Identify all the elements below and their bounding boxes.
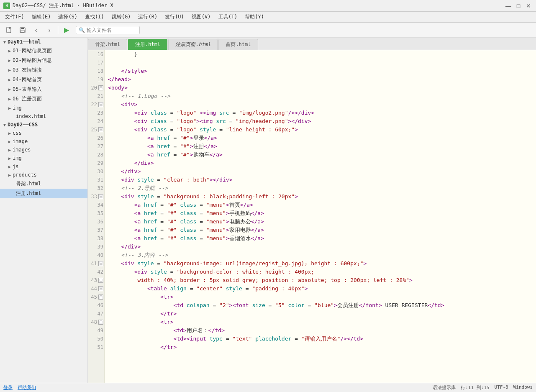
tab-shouye[interactable]: 首页.html	[218, 39, 258, 50]
sidebar-item-products[interactable]: ▶ products	[0, 171, 87, 179]
run-button[interactable]: ▶	[61, 24, 72, 36]
sidebar-item-05[interactable]: ▶ 05-表单输入	[0, 85, 87, 94]
ln-41: 41日	[88, 259, 104, 268]
code-line-42: <div style = "background-color : white; …	[105, 268, 536, 276]
sidebar-item-03[interactable]: ▶ 03-友情链接	[0, 65, 87, 75]
code-line-45: <tr>	[105, 293, 536, 301]
sidebar-item-image[interactable]: ▶ image	[0, 137, 87, 146]
sidebar-item-img2[interactable]: ▶ img	[0, 154, 87, 162]
fold-41[interactable]: 日	[98, 261, 103, 266]
fold-25[interactable]: 日	[98, 127, 103, 132]
sidebar-item-zhuce[interactable]: 注册.html	[0, 189, 87, 198]
toggle-image[interactable]: ▶	[8, 139, 11, 144]
ln-29: 29	[88, 159, 104, 167]
tab-gujia[interactable]: 骨架.html	[88, 39, 127, 50]
sidebar-item-label: js	[13, 164, 18, 169]
menu-goto[interactable]: 跳转(G)	[108, 13, 134, 21]
menu-publish[interactable]: 发行(U)	[162, 13, 187, 21]
sidebar-item-day02[interactable]: ▼ Day02——CSS	[0, 120, 87, 129]
fold-48[interactable]: 日	[98, 320, 103, 325]
sidebar-item-img1[interactable]: ▶ img	[0, 104, 87, 112]
sidebar-item-06[interactable]: ▶ 06-注册页面	[0, 94, 87, 104]
toggle-img2[interactable]: ▶	[8, 156, 11, 161]
toggle-img1[interactable]: ▶	[8, 106, 11, 110]
svg-rect-0	[7, 27, 11, 33]
sidebar-item-js[interactable]: ▶ js	[0, 162, 87, 171]
toggle-day02[interactable]: ▼	[3, 123, 6, 127]
title-bar: H Day02——CSS/ 注册.html - HBuilder X — □ ✕	[0, 0, 536, 12]
sidebar-item-css[interactable]: ▶ css	[0, 129, 87, 137]
status-bar: 登录 帮助我们 语法提示库 行:11 列:15 UTF-8 Windows	[0, 383, 536, 392]
code-line-32: <!-- 2.导航 -->	[105, 184, 536, 192]
sidebar-item-gujia[interactable]: 骨架.html	[0, 179, 87, 189]
fold-45[interactable]: 日	[98, 295, 103, 300]
menu-file[interactable]: 文件(F)	[2, 13, 28, 21]
menu-select[interactable]: 选择(S)	[55, 13, 81, 21]
toggle-css[interactable]: ▶	[8, 131, 11, 136]
toggle-01[interactable]: ▶	[8, 49, 11, 53]
main-layout: ▼ Day01——html ▶ 01-网站信息页面 ▶ 02-网站图片信息 ▶ …	[0, 38, 536, 392]
ln-43: 43日	[88, 276, 104, 284]
menu-help[interactable]: 帮助(Y)	[241, 13, 267, 21]
code-content: } </style> </head> <body>	[105, 50, 536, 392]
status-hint: 语法提示库	[433, 384, 456, 391]
ln-36: 36	[88, 218, 104, 226]
code-line-37: <a href = "#" class = "menu">家用电器</a>	[105, 226, 536, 234]
window-controls: — □ ✕	[504, 2, 533, 10]
search-box[interactable]: 🔍	[76, 26, 140, 34]
ln-32: 32	[88, 184, 104, 192]
fold-33[interactable]: 日	[98, 194, 103, 199]
status-right: 语法提示库 行:11 列:15 UTF-8 Windows	[433, 384, 533, 391]
code-line-43: width : 40%; border : 5px solid grey; po…	[105, 276, 536, 284]
menu-edit[interactable]: 编辑(E)	[28, 13, 54, 21]
toggle-04[interactable]: ▶	[8, 77, 11, 82]
toggle-06[interactable]: ▶	[8, 97, 11, 101]
code-line-23: <div class = "logo" ><img src = "img/log…	[105, 109, 536, 117]
status-help[interactable]: 帮助我们	[18, 384, 36, 391]
sidebar-item-day01[interactable]: ▼ Day01——html	[0, 38, 87, 46]
minimize-button[interactable]: —	[504, 2, 513, 10]
sidebar-item-04[interactable]: ▶ 04-网站首页	[0, 75, 87, 85]
toggle-products[interactable]: ▶	[8, 173, 11, 177]
sidebar-item-index[interactable]: index.html	[0, 112, 87, 120]
search-input[interactable]	[87, 27, 137, 33]
menu-run[interactable]: 运行(R)	[135, 13, 161, 21]
close-button[interactable]: ✕	[524, 2, 533, 10]
line-numbers: 16 17 18 19 20日 21 22日 23 24 25日 26 27 2…	[88, 50, 105, 392]
toggle-02[interactable]: ▶	[8, 58, 11, 63]
fold-43[interactable]: 日	[98, 278, 103, 283]
fold-20[interactable]: 日	[98, 85, 103, 90]
ln-31: 31	[88, 176, 104, 184]
sidebar-item-label: 注册.html	[16, 190, 41, 197]
menu-find[interactable]: 查找(I)	[82, 13, 108, 21]
back-button[interactable]: ‹	[30, 24, 42, 36]
new-file-button[interactable]	[3, 24, 15, 36]
forward-button[interactable]: ›	[44, 24, 55, 36]
toggle-images[interactable]: ▶	[8, 148, 11, 152]
status-login[interactable]: 登录	[3, 384, 13, 391]
sidebar-item-02[interactable]: ▶ 02-网站图片信息	[0, 56, 87, 65]
sidebar-item-01[interactable]: ▶ 01-网站信息页面	[0, 46, 87, 56]
toggle-05[interactable]: ▶	[8, 87, 11, 92]
menu-tools[interactable]: 工具(T)	[215, 13, 241, 21]
tab-bar: 骨架.html 注册.html 注册页面.html 首页.html	[88, 38, 536, 50]
toggle-03[interactable]: ▶	[8, 68, 11, 72]
toggle-day01[interactable]: ▼	[3, 40, 6, 44]
toggle-js[interactable]: ▶	[8, 164, 11, 169]
sidebar-item-images[interactable]: ▶ images	[0, 146, 87, 154]
search-icon: 🔍	[79, 27, 85, 33]
fold-22[interactable]: 日	[98, 102, 103, 107]
maximize-button[interactable]: □	[514, 2, 523, 10]
ln-40: 40	[88, 251, 104, 259]
menu-view[interactable]: 视图(V)	[188, 13, 214, 21]
sidebar-item-label: 06-注册页面	[13, 95, 42, 102]
fold-44[interactable]: 日	[98, 286, 103, 291]
toolbar-separator	[58, 26, 58, 34]
save-button[interactable]	[17, 24, 28, 36]
sidebar-item-label: image	[13, 138, 28, 144]
editor-area[interactable]: 16 17 18 19 20日 21 22日 23 24 25日 26 27 2…	[88, 50, 536, 392]
ln-28: 28	[88, 151, 104, 159]
tab-zhuce[interactable]: 注册.html	[128, 39, 167, 50]
sidebar-item-label: Day02——CSS	[8, 122, 38, 128]
tab-zhucepagee[interactable]: 注册页面.html	[168, 39, 218, 50]
